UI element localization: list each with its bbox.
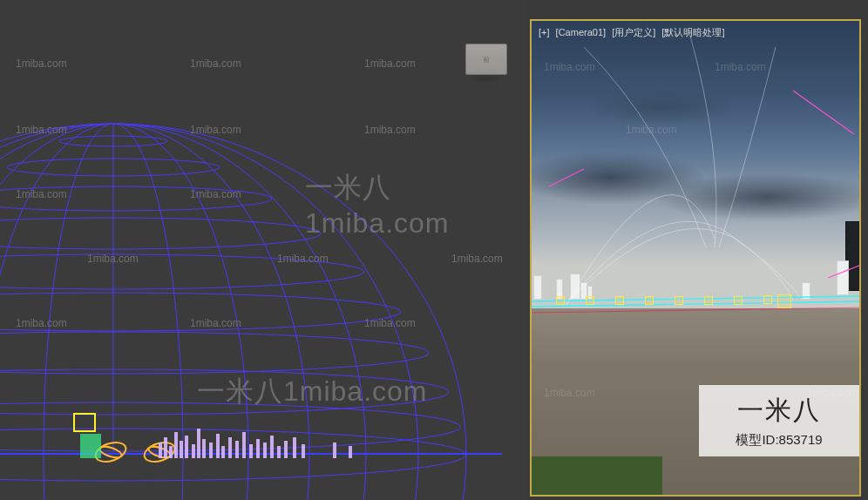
svg-point-12 [0, 254, 364, 289]
light-helper-icon[interactable] [704, 296, 713, 305]
label-camera-name[interactable]: [Camera01] [556, 27, 606, 37]
viewcube[interactable]: 前 [465, 44, 507, 75]
light-helper-icon[interactable] [556, 296, 565, 305]
badge-brand: 一米八 [737, 393, 821, 429]
light-helper-icon[interactable] [734, 296, 743, 305]
badge-prefix: 模型ID: [736, 432, 778, 447]
svg-point-10 [0, 332, 429, 374]
scene-objects-row [63, 409, 511, 458]
label-display-mode[interactable]: [用户定义] [612, 27, 655, 37]
light-helper-icon[interactable] [615, 296, 624, 305]
badge-model-id: 模型ID:853719 [736, 432, 822, 449]
svg-line-17 [532, 296, 861, 301]
badge-id-value: 853719 [779, 432, 823, 447]
light-helper-icon[interactable] [675, 296, 683, 305]
svg-point-13 [0, 218, 321, 249]
viewport-left-wireframe[interactable]: 前 1miba.com 1miba.com 1miba.com 1miba.co… [0, 0, 528, 500]
light-helper-icon[interactable] [586, 296, 594, 305]
svg-line-18 [532, 301, 861, 307]
svg-point-14 [0, 186, 272, 211]
model-id-badge: 一米八 模型ID:853719 [699, 385, 859, 456]
viewport-label[interactable]: [+] [Camera01] [用户定义] [默认明暗处理] [539, 26, 728, 39]
light-helper-icon[interactable] [763, 295, 772, 304]
light-helper-icon[interactable] [645, 296, 654, 305]
viewcube-face-label: 前 [483, 55, 490, 64]
light-helper-icon[interactable] [777, 294, 791, 308]
svg-point-9 [0, 369, 449, 415]
svg-line-19 [532, 307, 861, 313]
svg-point-11 [0, 293, 401, 331]
viewport-right-camera[interactable]: [+] [Camera01] [用户定义] [默认明暗处理] 1miba.com… [530, 19, 861, 497]
label-maximize[interactable]: [+] [539, 27, 550, 37]
label-shading-mode[interactable]: [默认明暗处理] [661, 27, 724, 37]
app-root: 前 1miba.com 1miba.com 1miba.com 1miba.co… [0, 0, 868, 500]
